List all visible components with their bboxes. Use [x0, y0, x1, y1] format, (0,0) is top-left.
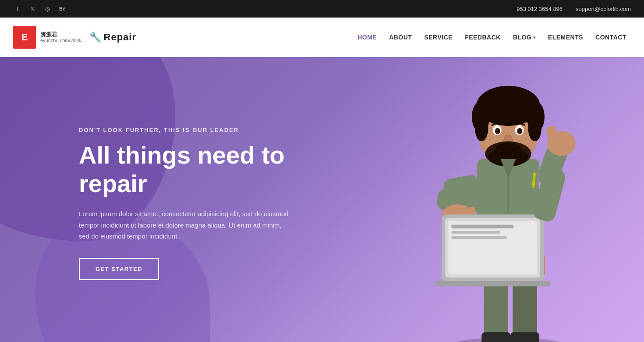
nav-item-feedback[interactable]: FEEDBACK — [465, 32, 501, 43]
email-link[interactable]: support@colorlib.com — [576, 6, 631, 12]
facebook-icon[interactable]: f — [13, 4, 22, 13]
social-links: f 𝕏 ◎ Bē — [13, 4, 67, 13]
logo-repair-area: 🔧 Repair — [89, 32, 136, 43]
svg-point-41 — [475, 115, 488, 142]
svg-rect-27 — [451, 236, 507, 239]
svg-rect-24 — [448, 221, 537, 274]
svg-rect-26 — [451, 231, 500, 234]
contact-info: +953 012 3654 896 support@colorlib.com — [513, 6, 631, 12]
repair-text: Repair — [104, 32, 136, 43]
nav-item-about[interactable]: ABOUT — [389, 32, 412, 43]
top-bar: f 𝕏 ◎ Bē +953 012 3654 896 support@color… — [0, 0, 644, 18]
svg-rect-28 — [435, 281, 550, 286]
blog-dropdown-arrow: ▾ — [533, 35, 536, 40]
repair-icon: 🔧 — [89, 32, 101, 43]
logo-sub-text: eyunzhu.com/vdisk — [40, 38, 81, 43]
svg-point-48 — [519, 130, 521, 132]
nav-item-elements[interactable]: ELEMENTS — [548, 32, 583, 43]
logo-box: E — [13, 26, 36, 49]
main-nav: HOME ABOUT SERVICE FEEDBACK BLOG ▾ ELEME… — [357, 32, 626, 43]
svg-rect-3 — [481, 332, 510, 342]
logo-cn-text: 资源君 — [40, 31, 81, 38]
behance-icon[interactable]: Bē — [58, 4, 67, 13]
svg-rect-25 — [451, 225, 513, 228]
nav-item-service[interactable]: SERVICE — [424, 32, 453, 43]
hero-description: Lorem ipsum dolor sit amet, consectetur … — [79, 208, 289, 242]
hero-eyebrow: DON'T LOOK FURTHER, THIS IS OUR LEADER — [79, 127, 307, 133]
header: E 资源君 eyunzhu.com/vdisk 🔧 Repair HOME AB… — [0, 18, 644, 57]
logo-text-block: 资源君 eyunzhu.com/vdisk — [40, 31, 81, 44]
svg-rect-4 — [510, 332, 539, 342]
nav-item-blog[interactable]: BLOG ▾ — [513, 32, 536, 43]
logo-letter: E — [21, 32, 28, 43]
svg-point-42 — [528, 115, 541, 142]
logo-area: E 资源君 eyunzhu.com/vdisk 🔧 Repair — [13, 26, 136, 49]
hero-section: DON'T LOOK FURTHER, THIS IS OUR LEADER A… — [0, 57, 644, 342]
hero-title: All things need to repair — [79, 141, 307, 198]
dribbble-icon[interactable]: ◎ — [43, 4, 52, 13]
svg-point-47 — [497, 130, 499, 132]
svg-point-51 — [496, 143, 521, 152]
hero-cta-button[interactable]: GET STARTED — [79, 258, 159, 280]
hero-content: DON'T LOOK FURTHER, THIS IS OUR LEADER A… — [0, 127, 307, 280]
nav-item-contact[interactable]: CONTACT — [595, 32, 626, 43]
twitter-icon[interactable]: 𝕏 — [28, 4, 37, 13]
hero-image-area — [372, 57, 644, 342]
hero-person-illustration — [372, 57, 644, 342]
nav-item-home[interactable]: HOME — [357, 32, 377, 43]
phone-number: +953 012 3654 896 — [513, 6, 563, 12]
